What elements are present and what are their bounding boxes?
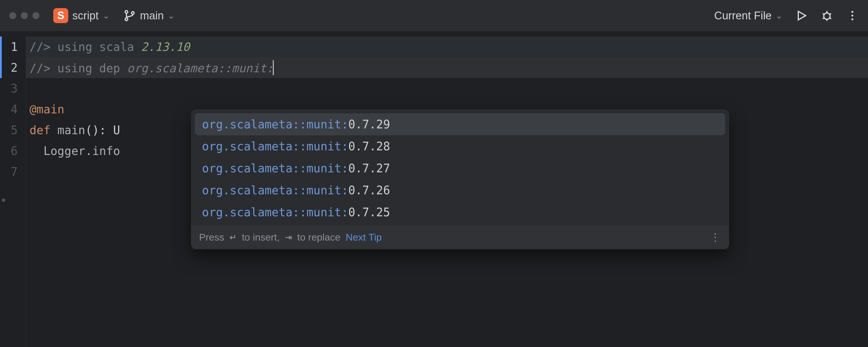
chevron-down-icon: ⌄ (103, 11, 110, 21)
tab-key-icon: ⇥ (285, 232, 292, 242)
enter-key-icon: ↵ (229, 232, 237, 242)
text-cursor (273, 60, 274, 75)
git-branch-icon (123, 9, 136, 22)
completion-item-suffix: 0.7.29 (348, 118, 390, 131)
toolbar-right-group: Current File ⌄ (714, 9, 859, 22)
line-number[interactable]: 6 (0, 140, 26, 161)
line-number[interactable]: 1 (0, 36, 26, 57)
file-name-label: script (72, 9, 99, 22)
run-config-selector[interactable]: Current File ⌄ (714, 9, 783, 22)
svg-point-3 (824, 13, 830, 20)
close-window-dot[interactable] (9, 12, 16, 19)
code-line[interactable]: //> using dep org.scalameta::munit: (26, 57, 868, 78)
line-number[interactable]: 2 (0, 57, 26, 78)
footer-hint-text: Press (199, 232, 224, 243)
code-area[interactable]: //> using scala 2.13.10 //> using dep or… (26, 31, 868, 347)
completion-item[interactable]: org.scalameta::munit:0.7.28 (195, 135, 725, 157)
debug-icon[interactable] (820, 9, 833, 22)
code-line[interactable] (26, 78, 868, 99)
svg-point-0 (125, 11, 128, 13)
branch-name-label: main (140, 9, 164, 22)
branch-selector[interactable]: main ⌄ (123, 9, 175, 22)
completion-item-prefix: org.scalameta::munit: (202, 184, 348, 197)
completion-item[interactable]: org.scalameta::munit:0.7.26 (195, 179, 725, 201)
code-line[interactable]: //> using scala 2.13.10 (26, 36, 868, 57)
svg-point-4 (851, 11, 854, 13)
completion-item-prefix: org.scalameta::munit: (202, 118, 348, 131)
completion-item-suffix: 0.7.26 (348, 184, 390, 197)
run-icon[interactable] (795, 9, 808, 22)
completion-item-prefix: org.scalameta::munit: (202, 206, 348, 219)
run-config-label: Current File (714, 9, 772, 22)
window-controls (9, 12, 39, 19)
code-editor: 1 2 3 4 5 6 7 //> using scala 2.13.10 //… (0, 31, 868, 347)
completion-item-prefix: org.scalameta::munit: (202, 140, 348, 153)
line-number-gutter: 1 2 3 4 5 6 7 (0, 31, 26, 347)
completion-item[interactable]: org.scalameta::munit:0.7.29 (195, 113, 725, 135)
completion-item[interactable]: org.scalameta::munit:0.7.25 (195, 201, 725, 223)
completion-footer: Press ↵ to insert, ⇥ to replace Next Tip… (191, 225, 729, 249)
zoom-window-dot[interactable] (32, 12, 39, 19)
completion-list: org.scalameta::munit:0.7.29 org.scalamet… (191, 109, 729, 225)
top-toolbar: S script ⌄ main ⌄ Current File ⌄ (0, 0, 868, 31)
line-number[interactable]: 7 (0, 161, 26, 182)
minimize-window-dot[interactable] (21, 12, 28, 19)
svg-point-6 (851, 19, 854, 21)
completion-item-suffix: 0.7.27 (348, 162, 390, 175)
line-number[interactable]: 5 (0, 120, 26, 140)
completion-item-prefix: org.scalameta::munit: (202, 162, 348, 175)
chevron-down-icon: ⌄ (168, 11, 175, 21)
breakpoint-marker[interactable] (2, 198, 5, 202)
completion-item-suffix: 0.7.25 (348, 206, 390, 219)
svg-point-1 (125, 18, 128, 21)
completion-item-suffix: 0.7.28 (348, 140, 390, 153)
footer-more-icon[interactable]: ⋮ (710, 231, 721, 244)
svg-point-2 (131, 11, 134, 14)
file-selector[interactable]: S script ⌄ (53, 8, 110, 23)
scala-file-icon: S (53, 8, 68, 23)
footer-hint-text: to insert, (242, 232, 279, 243)
chevron-down-icon: ⌄ (776, 11, 782, 21)
svg-point-5 (851, 15, 854, 17)
next-tip-link[interactable]: Next Tip (346, 232, 382, 243)
more-menu-icon[interactable] (846, 9, 859, 22)
line-number[interactable]: 4 (0, 99, 26, 120)
completion-popup: org.scalameta::munit:0.7.29 org.scalamet… (191, 109, 729, 249)
line-number[interactable]: 3 (0, 78, 26, 99)
completion-item[interactable]: org.scalameta::munit:0.7.27 (195, 157, 725, 179)
footer-hint-text: to replace (297, 232, 340, 243)
